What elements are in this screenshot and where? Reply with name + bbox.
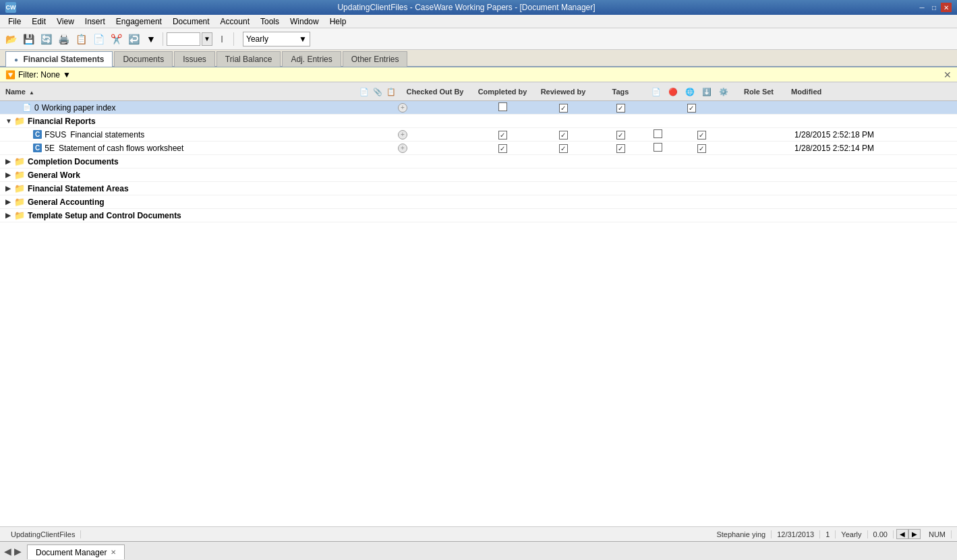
status-value: 0.00 — [868, 530, 894, 538]
main-content: 📄 0 Working paper index + — [0, 101, 957, 560]
col-header-name[interactable]: Name ▲ — [0, 88, 357, 96]
menu-account[interactable]: Account — [215, 15, 255, 28]
menu-help[interactable]: Help — [324, 15, 352, 28]
add-btn[interactable]: + — [398, 130, 407, 139]
tab-other-entries[interactable]: Other Entries — [343, 51, 408, 67]
restore-button[interactable]: □ — [929, 3, 939, 12]
menu-file[interactable]: File — [3, 15, 26, 28]
filter-close-btn[interactable]: ✕ — [944, 69, 952, 80]
tab-issues-label: Issues — [183, 55, 206, 64]
tab-nav-right[interactable]: ▶ — [13, 545, 23, 558]
table-row[interactable]: 📄 0 Working paper index + — [0, 101, 957, 115]
toolbar-save-btn[interactable]: 💾 — [20, 31, 36, 47]
table-row[interactable]: C 5E Statement of cash flows worksheet + — [0, 142, 957, 155]
menu-window[interactable]: Window — [285, 15, 324, 28]
tab-trial-balance[interactable]: Trial Balance — [216, 51, 281, 67]
zoom-input[interactable]: 100% — [167, 32, 200, 46]
col-header-completed[interactable]: Completed by — [472, 88, 533, 96]
table-row[interactable]: ▶ 📁 General Work — [0, 168, 957, 182]
add-checked-out-btn[interactable]: + — [398, 103, 407, 113]
reviewed-chk[interactable] — [559, 131, 568, 139]
toolbar-dropdown-btn[interactable]: ▼ — [143, 31, 159, 47]
completed-chk[interactable] — [498, 131, 507, 139]
menu-edit[interactable]: Edit — [26, 15, 51, 28]
col-header-reviewed[interactable]: Reviewed by — [533, 88, 593, 96]
folder-icon: 📁 — [14, 210, 25, 220]
menu-engagement[interactable]: Engagement — [111, 15, 167, 28]
toolbar-copy-btn[interactable]: 📋 — [73, 31, 89, 47]
zoom-more-btn[interactable]: | — [214, 31, 230, 47]
row-cb1 — [647, 143, 668, 154]
toolbar: 📂 💾 🔄 🖨️ 📋 📄 ✂️ ↩️ ▼ 100% ▼ | Yearly ▼ — [0, 28, 957, 50]
cb1[interactable] — [654, 129, 662, 138]
reviewed-chk[interactable] — [559, 144, 568, 153]
table-row[interactable]: ▼ 📁 Financial Reports — [0, 115, 957, 128]
table-row[interactable]: ▶ 📁 General Accounting — [0, 195, 957, 209]
tab-financial-statements[interactable]: ● Financial Statements — [5, 51, 113, 67]
tags-chk[interactable] — [616, 144, 625, 153]
extra-checkbox[interactable] — [687, 104, 696, 113]
menu-view[interactable]: View — [51, 15, 80, 28]
add-btn[interactable]: + — [398, 144, 407, 153]
bottom-tab-document-manager[interactable]: Document Manager ✕ — [27, 545, 125, 559]
cb2[interactable] — [697, 131, 706, 139]
filter-dropdown-arrow[interactable]: ▼ — [63, 70, 71, 80]
row-name-completion-docs: ▶ 📁 Completion Documents — [0, 156, 357, 166]
row-name-fsus: C FSUS Financial statements — [0, 130, 357, 139]
cb1[interactable] — [654, 143, 662, 152]
status-app-name: UpdatingClientFiles — [5, 530, 81, 538]
menu-bar: File Edit View Insert Engagement Documen… — [0, 15, 957, 28]
table-row[interactable]: ▶ 📁 Financial Statement Areas — [0, 182, 957, 195]
row-name-financial-reports: ▼ 📁 Financial Reports — [0, 116, 357, 126]
folder-name: Financial Statement Areas — [28, 184, 129, 193]
toolbar-separator-1 — [163, 32, 163, 46]
toolbar-undo-btn[interactable]: ↩️ — [125, 31, 142, 47]
table-row[interactable]: C FSUS Financial statements + — [0, 128, 957, 142]
tab-trial-balance-label: Trial Balance — [225, 55, 272, 64]
nav-prev-btn[interactable]: ◀ — [896, 529, 908, 539]
toolbar-print-btn[interactable]: 🖨️ — [55, 31, 71, 47]
tags-checkbox[interactable] — [616, 104, 625, 113]
completed-checkbox[interactable] — [498, 102, 507, 111]
menu-document[interactable]: Document — [167, 15, 215, 28]
col-header-role-set[interactable]: Role Set — [732, 88, 786, 96]
nav-next-btn[interactable]: ▶ — [908, 529, 921, 539]
completed-chk[interactable] — [498, 144, 507, 153]
tab-nav-left[interactable]: ◀ — [3, 545, 13, 558]
row-reviewed — [533, 144, 593, 153]
doc-type-icon: 📄 — [22, 103, 32, 112]
col-header-tags[interactable]: Tags — [593, 88, 647, 96]
col-header-checked-out[interactable]: Checked Out By — [398, 88, 472, 96]
tab-adj-entries[interactable]: Adj. Entries — [282, 51, 341, 67]
folder-icon: 📁 — [14, 116, 25, 126]
filter-label: 🔽 Filter: None ▼ — [5, 70, 71, 80]
minimize-button[interactable]: ─ — [917, 3, 927, 12]
bottom-tab-close-btn[interactable]: ✕ — [111, 549, 116, 556]
tags-chk[interactable] — [616, 131, 625, 139]
folder-name: General Work — [28, 170, 80, 180]
table-row[interactable]: ▶ 📁 Completion Documents — [0, 155, 957, 168]
status-page: 1 — [820, 530, 836, 538]
tab-adj-entries-label: Adj. Entries — [291, 55, 332, 64]
zoom-dropdown-btn[interactable]: ▼ — [202, 32, 212, 46]
expand-arrow: ▼ — [5, 117, 12, 125]
status-user: Stephanie ying — [711, 530, 772, 538]
col-header-icon8: ⚙️ — [715, 88, 732, 96]
toolbar-refresh-btn[interactable]: 🔄 — [38, 31, 54, 47]
doc-type-icon-c: C — [33, 144, 42, 152]
row-name-general-work: ▶ 📁 General Work — [0, 170, 357, 180]
menu-insert[interactable]: Insert — [80, 15, 111, 28]
toolbar-paste-btn[interactable]: 📄 — [90, 31, 107, 47]
menu-tools[interactable]: Tools — [255, 15, 285, 28]
cb2[interactable] — [697, 144, 706, 153]
col-header-modified[interactable]: Modified — [786, 88, 957, 96]
yearly-dropdown[interactable]: Yearly ▼ — [243, 32, 310, 46]
close-button[interactable]: ✕ — [941, 3, 952, 12]
toolbar-cut-btn[interactable]: ✂️ — [108, 31, 124, 47]
table-row[interactable]: ▶ 📁 Template Setup and Control Documents — [0, 209, 957, 222]
row-name-working-paper-index: 📄 0 Working paper index — [0, 103, 357, 113]
tab-issues[interactable]: Issues — [174, 51, 215, 67]
tab-documents[interactable]: Documents — [114, 51, 173, 67]
toolbar-open-btn[interactable]: 📂 — [3, 31, 19, 47]
reviewed-checkbox-1[interactable] — [559, 104, 568, 113]
